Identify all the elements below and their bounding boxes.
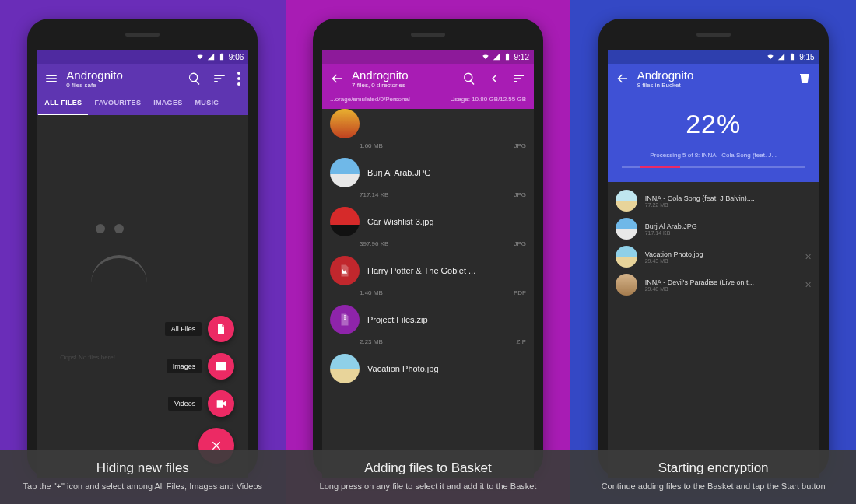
- fab-label-images: Images: [167, 359, 202, 373]
- list-item[interactable]: Vacation Photo.jpg: [322, 350, 534, 387]
- list-item[interactable]: INNA - Devil's Paradise (Live on t... 29…: [608, 271, 819, 299]
- file-thumb: [330, 207, 360, 236]
- progress-message: Processing 5 of 8: INNA - Cola Song (fea…: [622, 152, 805, 159]
- wifi-icon: [767, 53, 774, 61]
- file-thumb: [330, 109, 360, 138]
- back-icon[interactable]: [330, 72, 344, 86]
- file-ext: PDF: [514, 289, 526, 296]
- empty-message: Oops! No files here!: [60, 354, 115, 361]
- signal-icon: [207, 53, 215, 61]
- zip-icon: [338, 313, 352, 327]
- file-size: 397.96 KB: [360, 240, 388, 247]
- progress-bar: [622, 166, 805, 168]
- fab-allfiles[interactable]: [208, 316, 234, 342]
- search-icon[interactable]: [188, 72, 202, 86]
- app-title: Andrognito: [66, 68, 180, 82]
- list-item[interactable]: Burj Al Arab.JPG 717.14 KB: [608, 215, 819, 243]
- bucket-icon[interactable]: [798, 72, 812, 86]
- search-icon[interactable]: [462, 72, 476, 86]
- battery-icon: [503, 53, 511, 61]
- progress-percent: 22%: [622, 109, 805, 139]
- menu-icon[interactable]: [44, 72, 58, 86]
- app-title-block: Andrognito 8 files in Bucket: [637, 68, 790, 89]
- list-item[interactable]: [322, 109, 534, 142]
- file-thumb: [616, 246, 637, 268]
- file-name: Car Wishlist 3.jpg: [367, 217, 526, 226]
- caption-sub: Tap the "+" icon and select among All Fi…: [14, 481, 272, 492]
- file-meta-row: 397.96 KB JPG: [322, 240, 534, 247]
- tab-all-files[interactable]: ALL FILES: [38, 92, 88, 115]
- status-time: 9:15: [799, 53, 814, 61]
- tab-bar: ALL FILES FAVOURITES IMAGES MUSIC: [37, 92, 248, 115]
- back-icon[interactable]: [616, 72, 630, 86]
- file-thumb: [616, 274, 637, 296]
- file-meta-row: 1.60 MB JPG: [322, 142, 534, 149]
- up-icon[interactable]: [487, 72, 501, 86]
- list-item[interactable]: Vacation Photo.jpg 29.43 MB ✕: [608, 243, 819, 271]
- file-meta-row: 717.14 KB JPG: [322, 191, 534, 198]
- fab-menu: All Files Images Videos: [165, 316, 235, 464]
- file-size: 2.23 MB: [360, 338, 383, 345]
- bucket-list[interactable]: INNA - Cola Song (feat. J Balvin).... 77…: [608, 182, 819, 478]
- wifi-icon: [196, 53, 204, 61]
- battery-icon: [788, 53, 796, 61]
- file-thumb: [330, 256, 360, 285]
- list-item[interactable]: INNA - Cola Song (feat. J Balvin).... 77…: [608, 187, 819, 215]
- app-subtitle: 8 files in Bucket: [637, 82, 790, 89]
- fab-videos[interactable]: [208, 390, 234, 417]
- caption-title: Adding files to Basket: [300, 460, 557, 476]
- file-name: INNA - Cola Song (feat. J Balvin)....: [645, 194, 812, 202]
- file-ext: JPG: [514, 191, 526, 198]
- list-item[interactable]: Project Files.zip: [322, 301, 534, 338]
- file-thumb: [330, 305, 360, 334]
- sort-icon[interactable]: [512, 72, 526, 86]
- wifi-icon: [482, 53, 489, 61]
- fab-label-videos: Videos: [168, 397, 202, 411]
- app-bar: Andrognito 0 files safe: [37, 64, 248, 92]
- app-subtitle: 0 files safe: [66, 82, 180, 89]
- file-name: Harry Potter & The Goblet ...: [367, 266, 526, 275]
- file-name: INNA - Devil's Paradise (Live on t...: [645, 278, 797, 286]
- list-item[interactable]: Harry Potter & The Goblet ...: [322, 252, 534, 289]
- caption: Adding files to Basket Long press on any…: [286, 450, 571, 504]
- file-name: Project Files.zip: [367, 315, 526, 324]
- path-text: ...orage/emulated/0/Personal: [330, 96, 410, 103]
- caption-title: Starting encryption: [584, 460, 842, 476]
- sort-icon[interactable]: [212, 72, 226, 86]
- list-item[interactable]: Burj Al Arab.JPG: [322, 154, 534, 191]
- caption: Hiding new files Tap the "+" icon and se…: [0, 450, 286, 504]
- file-ext: JPG: [514, 240, 526, 247]
- file-size: 717.14 KB: [645, 230, 812, 236]
- file-list[interactable]: 1.60 MB JPG Burj Al Arab.JPG 717.14 KB J…: [322, 109, 534, 478]
- file-ext: JPG: [514, 142, 526, 149]
- file-meta-row: 1.40 MB PDF: [322, 289, 534, 296]
- file-ext: ZIP: [517, 338, 526, 345]
- empty-state: Oops! No files here! All Files Images: [37, 115, 248, 478]
- promo-panel-1: 9:12 Andrognito 7 files, 0 directories .…: [286, 0, 571, 504]
- overflow-icon[interactable]: [237, 72, 240, 86]
- file-thumb: [616, 190, 637, 212]
- status-time: 9:06: [229, 53, 244, 61]
- phone-frame: 9:15 Andrognito 8 files in Bucket 22% Pr…: [598, 19, 829, 478]
- tab-images[interactable]: IMAGES: [147, 92, 188, 115]
- svg-point-2: [237, 82, 240, 86]
- status-bar: 9:06: [37, 50, 248, 64]
- signal-icon: [493, 53, 500, 61]
- caption-sub: Continue adding files to the Basket and …: [584, 481, 842, 492]
- file-size: 1.40 MB: [360, 289, 383, 296]
- tab-favourites[interactable]: FAVOURITES: [88, 92, 147, 115]
- file-size: 717.14 KB: [360, 191, 388, 198]
- file-thumb: [330, 158, 360, 187]
- file-size: 29.43 MB: [645, 258, 797, 264]
- promo-panel-0: 9:06 Andrognito 0 files safe ALL FILES F…: [0, 0, 286, 504]
- promo-panel-2: 9:15 Andrognito 8 files in Bucket 22% Pr…: [570, 0, 856, 504]
- caption-title: Hiding new files: [14, 460, 272, 476]
- fab-images[interactable]: [208, 353, 234, 380]
- list-item[interactable]: Car Wishlist 3.jpg: [322, 203, 534, 240]
- file-thumb: [616, 218, 637, 240]
- tab-music[interactable]: MUSIC: [189, 92, 226, 115]
- dismiss-icon[interactable]: ✕: [805, 280, 812, 290]
- file-size: 29.48 MB: [645, 286, 797, 292]
- battery-icon: [218, 53, 226, 61]
- dismiss-icon[interactable]: ✕: [805, 252, 812, 262]
